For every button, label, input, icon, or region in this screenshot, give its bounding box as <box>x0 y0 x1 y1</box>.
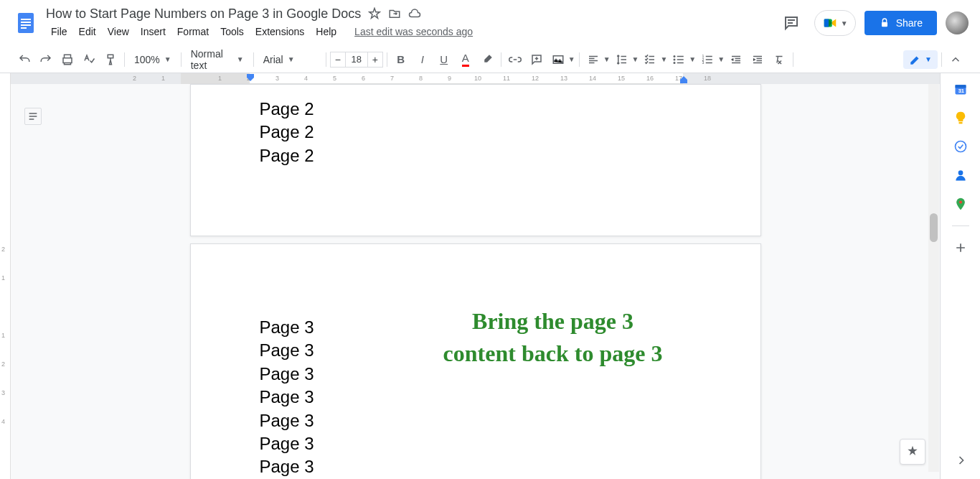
align-button[interactable]: ▼ <box>583 50 611 70</box>
menu-file[interactable]: File <box>46 23 72 40</box>
page-text: Page 3 <box>260 455 692 478</box>
side-panel: 31 <box>940 73 980 479</box>
increase-font-button[interactable]: + <box>367 52 383 68</box>
svg-rect-6 <box>824 19 828 27</box>
svg-rect-3 <box>21 24 31 26</box>
pages-area: Page 2 Page 2 Page 2 Page 3 Page 3 Page … <box>11 84 940 479</box>
svg-point-11 <box>674 58 676 60</box>
main-area: 2 1 1 2 3 4 2 1 1 2 3 4 5 6 7 8 9 10 11 … <box>0 73 980 479</box>
bulleted-list-button[interactable]: ▼ <box>669 50 696 70</box>
insert-image-button[interactable]: ▼ <box>548 50 575 70</box>
svg-point-22 <box>958 200 961 203</box>
scrollbar-thumb[interactable] <box>930 213 938 242</box>
svg-point-12 <box>674 62 676 64</box>
menu-help[interactable]: Help <box>311 23 341 40</box>
header-actions: ▼ Share <box>777 9 969 37</box>
bold-button[interactable]: B <box>391 50 411 70</box>
share-button[interactable]: Share <box>864 11 937 35</box>
insert-link-button[interactable] <box>505 50 525 70</box>
hide-menus-button[interactable] <box>946 50 966 70</box>
document-scroll-area[interactable]: 2 1 1 2 3 4 5 6 7 8 9 10 11 12 13 14 15 … <box>11 73 940 479</box>
page-text: Page 2 <box>260 121 692 144</box>
zoom-select[interactable]: 100%▼ <box>128 51 177 68</box>
menu-view[interactable]: View <box>103 23 134 40</box>
svg-text:31: 31 <box>958 88 963 94</box>
svg-point-21 <box>958 170 963 175</box>
svg-text:3: 3 <box>702 60 705 65</box>
menu-format[interactable]: Format <box>172 23 214 40</box>
menu-extensions[interactable]: Extensions <box>250 23 309 40</box>
page-text: Page 3 <box>260 432 692 455</box>
svg-point-10 <box>674 55 676 57</box>
svg-rect-8 <box>483 63 491 65</box>
comment-history-icon[interactable] <box>777 9 806 37</box>
page-text: Page 3 <box>260 409 692 432</box>
font-size-control: − + <box>330 52 383 68</box>
share-label: Share <box>896 17 923 29</box>
svg-rect-4 <box>21 27 27 29</box>
svg-rect-19 <box>958 122 962 124</box>
document-outline-button[interactable] <box>24 108 42 125</box>
spellcheck-button[interactable] <box>79 50 99 70</box>
numbered-list-button[interactable]: 123▼ <box>697 50 725 70</box>
menu-tools[interactable]: Tools <box>215 23 249 40</box>
last-edit-link[interactable]: Last edit was seconds ago <box>354 26 473 37</box>
svg-point-20 <box>955 141 966 152</box>
star-icon[interactable] <box>368 7 381 20</box>
editing-mode-button[interactable]: ▼ <box>903 50 938 69</box>
indent-marker-right[interactable] <box>679 73 688 84</box>
explore-button[interactable] <box>900 439 925 465</box>
calendar-icon[interactable]: 31 <box>953 82 968 96</box>
italic-button[interactable]: I <box>413 50 433 70</box>
undo-button[interactable] <box>14 50 34 70</box>
document-page-3[interactable]: Page 3 Page 3 Page 3 Page 3 Page 3 Page … <box>190 243 761 479</box>
docs-logo[interactable] <box>11 9 40 37</box>
font-size-input[interactable] <box>346 52 367 68</box>
user-avatar[interactable] <box>946 11 969 34</box>
contacts-icon[interactable] <box>953 168 968 182</box>
checklist-button[interactable]: ▼ <box>640 50 667 70</box>
vertical-ruler[interactable]: 2 1 1 2 3 4 <box>0 73 11 479</box>
svg-rect-2 <box>21 22 31 23</box>
line-spacing-button[interactable]: ▼ <box>612 50 639 70</box>
clear-formatting-button[interactable] <box>769 50 789 70</box>
document-title[interactable]: How to Start Page Numbers on Page 3 in G… <box>46 6 361 22</box>
print-button[interactable] <box>57 50 77 70</box>
maps-icon[interactable] <box>953 197 968 211</box>
svg-rect-7 <box>882 22 887 27</box>
keep-icon[interactable] <box>953 111 968 125</box>
page-text: Page 3 <box>260 386 692 409</box>
document-page-2[interactable]: Page 2 Page 2 Page 2 <box>190 84 761 236</box>
add-addon-icon[interactable] <box>953 241 968 255</box>
vertical-scrollbar[interactable] <box>928 84 939 472</box>
redo-button[interactable] <box>36 50 56 70</box>
style-select[interactable]: Normal text▼ <box>185 45 250 74</box>
move-icon[interactable] <box>388 7 401 20</box>
page-text: Page 2 <box>260 144 692 167</box>
add-comment-button[interactable] <box>527 50 547 70</box>
toolbar: 100%▼ Normal text▼ Arial▼ − + B I U A ▼ … <box>0 46 980 73</box>
font-select[interactable]: Arial▼ <box>258 51 322 68</box>
menu-bar: File Edit View Insert Format Tools Exten… <box>46 23 777 40</box>
increase-indent-button[interactable] <box>748 50 768 70</box>
paint-format-button[interactable] <box>100 50 121 70</box>
menu-insert[interactable]: Insert <box>136 23 171 40</box>
menu-edit[interactable]: Edit <box>74 23 101 40</box>
cloud-status-icon[interactable] <box>408 7 421 20</box>
indent-marker-left[interactable] <box>246 73 255 84</box>
decrease-font-button[interactable]: − <box>330 52 346 68</box>
tasks-icon[interactable] <box>953 139 968 154</box>
annotation-overlay: Bring the page 3 content back to page 3 <box>399 305 707 370</box>
meet-button[interactable]: ▼ <box>814 10 856 36</box>
app-header: How to Start Page Numbers on Page 3 in G… <box>0 0 980 46</box>
decrease-indent-button[interactable] <box>726 50 746 70</box>
underline-button[interactable]: U <box>434 50 454 70</box>
hide-side-panel-icon[interactable] <box>954 453 969 468</box>
horizontal-ruler[interactable]: 2 1 1 2 3 4 5 6 7 8 9 10 11 12 13 14 15 … <box>11 73 940 84</box>
svg-rect-1 <box>21 19 31 20</box>
title-area: How to Start Page Numbers on Page 3 in G… <box>46 6 777 40</box>
chevron-down-icon: ▼ <box>841 19 848 27</box>
highlight-color-button[interactable] <box>477 50 497 70</box>
text-color-button[interactable]: A <box>456 50 476 70</box>
page-text: Page 2 <box>260 98 692 121</box>
